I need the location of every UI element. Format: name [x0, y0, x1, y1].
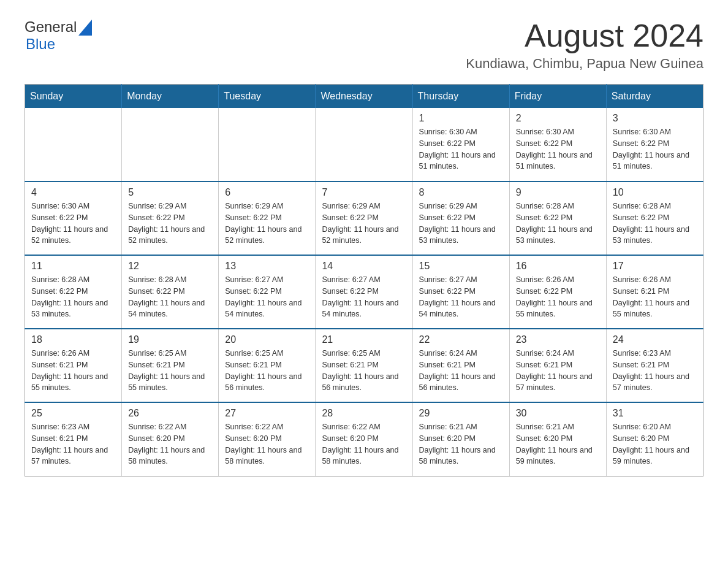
day-number: 10	[613, 187, 697, 198]
day-number: 30	[516, 408, 600, 419]
day-info: Sunrise: 6:27 AMSunset: 6:22 PMDaylight:…	[322, 274, 406, 320]
day-info: Sunrise: 6:23 AMSunset: 6:21 PMDaylight:…	[613, 348, 697, 394]
day-info: Sunrise: 6:22 AMSunset: 6:20 PMDaylight:…	[128, 421, 212, 467]
calendar-cell: 31Sunrise: 6:20 AMSunset: 6:20 PMDayligh…	[606, 402, 703, 476]
header-saturday: Saturday	[606, 85, 703, 109]
calendar-cell: 27Sunrise: 6:22 AMSunset: 6:20 PMDayligh…	[219, 402, 316, 476]
calendar-cell: 29Sunrise: 6:21 AMSunset: 6:20 PMDayligh…	[412, 402, 509, 476]
calendar-cell: 1Sunrise: 6:30 AMSunset: 6:22 PMDaylight…	[412, 108, 509, 182]
calendar-cell: 6Sunrise: 6:29 AMSunset: 6:22 PMDaylight…	[219, 182, 316, 255]
page-header: General Blue August 2024 Kundiawa, Chimb…	[25, 18, 703, 72]
calendar-cell: 19Sunrise: 6:25 AMSunset: 6:21 PMDayligh…	[122, 329, 219, 402]
day-info: Sunrise: 6:29 AMSunset: 6:22 PMDaylight:…	[225, 201, 309, 247]
calendar-week-3: 11Sunrise: 6:28 AMSunset: 6:22 PMDayligh…	[25, 255, 703, 329]
calendar-cell: 26Sunrise: 6:22 AMSunset: 6:20 PMDayligh…	[122, 402, 219, 476]
month-year-title: August 2024	[466, 18, 703, 53]
calendar-cell: 5Sunrise: 6:29 AMSunset: 6:22 PMDaylight…	[122, 182, 219, 255]
day-info: Sunrise: 6:28 AMSunset: 6:22 PMDaylight:…	[128, 274, 212, 320]
day-info: Sunrise: 6:25 AMSunset: 6:21 PMDaylight:…	[225, 348, 309, 394]
day-info: Sunrise: 6:29 AMSunset: 6:22 PMDaylight:…	[322, 201, 406, 247]
calendar-cell: 22Sunrise: 6:24 AMSunset: 6:21 PMDayligh…	[412, 329, 509, 402]
day-info: Sunrise: 6:26 AMSunset: 6:21 PMDaylight:…	[31, 348, 115, 394]
header-wednesday: Wednesday	[316, 85, 412, 109]
day-info: Sunrise: 6:30 AMSunset: 6:22 PMDaylight:…	[613, 126, 697, 172]
day-info: Sunrise: 6:22 AMSunset: 6:20 PMDaylight:…	[225, 421, 309, 467]
day-info: Sunrise: 6:25 AMSunset: 6:21 PMDaylight:…	[322, 348, 406, 394]
day-info: Sunrise: 6:21 AMSunset: 6:20 PMDaylight:…	[419, 421, 503, 467]
day-number: 17	[613, 261, 697, 272]
calendar-cell: 30Sunrise: 6:21 AMSunset: 6:20 PMDayligh…	[509, 402, 606, 476]
calendar-week-2: 4Sunrise: 6:30 AMSunset: 6:22 PMDaylight…	[25, 182, 703, 255]
calendar-week-5: 25Sunrise: 6:23 AMSunset: 6:21 PMDayligh…	[25, 402, 703, 476]
day-number: 16	[516, 261, 600, 272]
calendar-cell: 13Sunrise: 6:27 AMSunset: 6:22 PMDayligh…	[219, 255, 316, 329]
calendar-cell: 15Sunrise: 6:27 AMSunset: 6:22 PMDayligh…	[412, 255, 509, 329]
day-info: Sunrise: 6:24 AMSunset: 6:21 PMDaylight:…	[419, 348, 503, 394]
day-info: Sunrise: 6:23 AMSunset: 6:21 PMDaylight:…	[31, 421, 115, 467]
day-number: 8	[419, 187, 503, 198]
location-subtitle: Kundiawa, Chimbu, Papua New Guinea	[466, 56, 703, 72]
day-number: 13	[225, 261, 309, 272]
day-number: 2	[516, 113, 600, 124]
calendar-cell	[25, 108, 122, 182]
calendar-cell: 12Sunrise: 6:28 AMSunset: 6:22 PMDayligh…	[122, 255, 219, 329]
calendar-cell: 14Sunrise: 6:27 AMSunset: 6:22 PMDayligh…	[316, 255, 412, 329]
calendar-cell: 16Sunrise: 6:26 AMSunset: 6:22 PMDayligh…	[509, 255, 606, 329]
day-number: 20	[225, 334, 309, 345]
calendar-cell: 10Sunrise: 6:28 AMSunset: 6:22 PMDayligh…	[606, 182, 703, 255]
day-info: Sunrise: 6:29 AMSunset: 6:22 PMDaylight:…	[419, 201, 503, 247]
header-thursday: Thursday	[412, 85, 509, 109]
calendar-cell: 25Sunrise: 6:23 AMSunset: 6:21 PMDayligh…	[25, 402, 122, 476]
calendar-cell: 2Sunrise: 6:30 AMSunset: 6:22 PMDaylight…	[509, 108, 606, 182]
calendar-cell: 8Sunrise: 6:29 AMSunset: 6:22 PMDaylight…	[412, 182, 509, 255]
day-number: 7	[322, 187, 406, 198]
day-number: 27	[225, 408, 309, 419]
day-info: Sunrise: 6:27 AMSunset: 6:22 PMDaylight:…	[419, 274, 503, 320]
day-number: 21	[322, 334, 406, 345]
calendar-header-row: SundayMondayTuesdayWednesdayThursdayFrid…	[25, 85, 703, 109]
day-number: 29	[419, 408, 503, 419]
logo-blue-text: Blue	[26, 36, 55, 52]
day-number: 1	[419, 113, 503, 124]
calendar-cell: 21Sunrise: 6:25 AMSunset: 6:21 PMDayligh…	[316, 329, 412, 402]
calendar-cell: 9Sunrise: 6:28 AMSunset: 6:22 PMDaylight…	[509, 182, 606, 255]
day-info: Sunrise: 6:28 AMSunset: 6:22 PMDaylight:…	[31, 274, 115, 320]
calendar-cell: 23Sunrise: 6:24 AMSunset: 6:21 PMDayligh…	[509, 329, 606, 402]
day-info: Sunrise: 6:29 AMSunset: 6:22 PMDaylight:…	[128, 201, 212, 247]
calendar-cell: 28Sunrise: 6:22 AMSunset: 6:20 PMDayligh…	[316, 402, 412, 476]
day-number: 5	[128, 187, 212, 198]
calendar-cell: 7Sunrise: 6:29 AMSunset: 6:22 PMDaylight…	[316, 182, 412, 255]
calendar-cell	[316, 108, 412, 182]
calendar-cell: 20Sunrise: 6:25 AMSunset: 6:21 PMDayligh…	[219, 329, 316, 402]
day-number: 15	[419, 261, 503, 272]
logo: General Blue	[25, 18, 92, 53]
calendar-cell	[219, 108, 316, 182]
calendar-cell: 4Sunrise: 6:30 AMSunset: 6:22 PMDaylight…	[25, 182, 122, 255]
day-info: Sunrise: 6:30 AMSunset: 6:22 PMDaylight:…	[31, 201, 115, 247]
calendar-cell: 18Sunrise: 6:26 AMSunset: 6:21 PMDayligh…	[25, 329, 122, 402]
calendar-cell: 24Sunrise: 6:23 AMSunset: 6:21 PMDayligh…	[606, 329, 703, 402]
title-area: August 2024 Kundiawa, Chimbu, Papua New …	[466, 18, 703, 72]
day-number: 26	[128, 408, 212, 419]
header-sunday: Sunday	[25, 85, 122, 109]
day-info: Sunrise: 6:21 AMSunset: 6:20 PMDaylight:…	[516, 421, 600, 467]
svg-marker-0	[78, 20, 92, 36]
day-number: 14	[322, 261, 406, 272]
day-number: 6	[225, 187, 309, 198]
day-number: 19	[128, 334, 212, 345]
header-monday: Monday	[122, 85, 219, 109]
day-info: Sunrise: 6:28 AMSunset: 6:22 PMDaylight:…	[516, 201, 600, 247]
day-number: 25	[31, 408, 115, 419]
day-info: Sunrise: 6:30 AMSunset: 6:22 PMDaylight:…	[419, 126, 503, 172]
day-number: 31	[613, 408, 697, 419]
calendar-week-4: 18Sunrise: 6:26 AMSunset: 6:21 PMDayligh…	[25, 329, 703, 402]
day-info: Sunrise: 6:20 AMSunset: 6:20 PMDaylight:…	[613, 421, 697, 467]
calendar-week-1: 1Sunrise: 6:30 AMSunset: 6:22 PMDaylight…	[25, 108, 703, 182]
calendar-cell: 3Sunrise: 6:30 AMSunset: 6:22 PMDaylight…	[606, 108, 703, 182]
calendar-cell: 17Sunrise: 6:26 AMSunset: 6:21 PMDayligh…	[606, 255, 703, 329]
header-tuesday: Tuesday	[219, 85, 316, 109]
day-info: Sunrise: 6:27 AMSunset: 6:22 PMDaylight:…	[225, 274, 309, 320]
day-info: Sunrise: 6:28 AMSunset: 6:22 PMDaylight:…	[613, 201, 697, 247]
day-number: 22	[419, 334, 503, 345]
day-info: Sunrise: 6:22 AMSunset: 6:20 PMDaylight:…	[322, 421, 406, 467]
